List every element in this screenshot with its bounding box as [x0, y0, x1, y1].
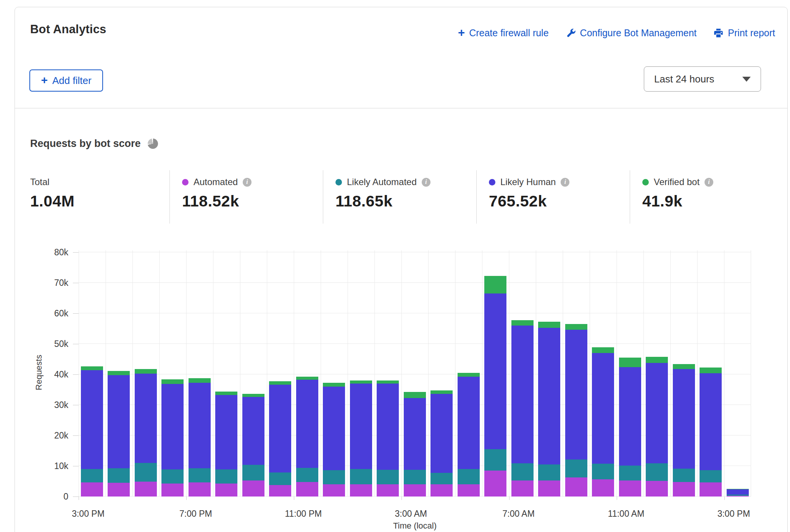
segment-automated — [81, 482, 103, 497]
stat-automated-label: Automated — [193, 177, 238, 187]
info-icon[interactable]: i — [705, 178, 713, 187]
segment-automated — [350, 484, 372, 497]
x-tick-label: 7:00 AM — [488, 509, 549, 519]
bar-5:00 PM[interactable] — [135, 250, 157, 497]
segment-likely-automated — [404, 470, 426, 484]
add-filter-label: Add filter — [52, 75, 92, 87]
y-tick-label: 60k — [30, 308, 68, 319]
bar-3:00 AM[interactable] — [404, 250, 426, 497]
bar-4:00 AM[interactable] — [430, 250, 453, 497]
segment-likely-automated — [215, 469, 237, 484]
configure-bot-management-label: Configure Bot Management — [580, 27, 697, 39]
segment-likely-automated — [323, 470, 345, 484]
stat-verified-bot-value: 41.9k — [642, 192, 783, 210]
y-tick-mark — [73, 374, 79, 375]
bar-12:00 AM[interactable] — [323, 250, 345, 497]
y-tick-mark — [73, 313, 79, 314]
segment-automated — [619, 480, 641, 497]
info-icon[interactable]: i — [561, 178, 569, 187]
segment-likely-automated — [511, 463, 534, 480]
bar-3:00 PM[interactable] — [81, 250, 103, 497]
segment-automated — [673, 482, 695, 497]
stat-verified-bot: Verified bot i 41.9k — [630, 170, 783, 224]
bar-11:00 PM[interactable] — [296, 250, 318, 497]
bar-4:00 PM[interactable] — [108, 250, 130, 497]
segment-likely-automated — [350, 469, 372, 484]
bar-10:00 AM[interactable] — [592, 250, 614, 497]
segment-automated — [430, 484, 453, 497]
x-tick-label: 11:00 AM — [596, 509, 657, 519]
segment-likely-human — [108, 375, 130, 469]
segment-likely-human — [189, 383, 211, 469]
segment-automated — [700, 482, 722, 497]
section-heading-row: Requests by bot score — [30, 138, 158, 150]
bar-1:00 AM[interactable] — [350, 250, 372, 497]
plot-area — [79, 250, 751, 497]
segment-verified-bot — [511, 320, 534, 326]
segment-automated — [377, 484, 399, 497]
bar-1:00 PM[interactable] — [673, 250, 695, 497]
segment-automated — [511, 480, 534, 497]
segment-likely-automated — [377, 470, 399, 484]
segment-verified-bot — [673, 364, 695, 369]
y-tick-label: 30k — [30, 400, 68, 410]
likely-human-legend-dot — [489, 179, 495, 185]
segment-likely-human — [161, 384, 184, 469]
configure-bot-management-link[interactable]: Configure Bot Management — [566, 27, 697, 39]
segment-likely-human — [350, 384, 372, 469]
y-tick-mark — [73, 283, 79, 283]
print-report-label: Print report — [728, 27, 775, 39]
segment-likely-human — [673, 369, 695, 469]
x-tick-mark — [724, 497, 725, 500]
segment-automated — [242, 480, 264, 497]
y-tick-label: 50k — [30, 339, 68, 349]
bar-3:00 PM[interactable] — [727, 250, 749, 497]
y-tick-mark — [73, 497, 79, 497]
segment-likely-automated — [269, 472, 291, 485]
bar-2:00 PM[interactable] — [700, 250, 722, 497]
bar-7:00 PM[interactable] — [189, 250, 211, 497]
add-filter-button[interactable]: + Add filter — [29, 69, 103, 92]
bar-6:00 PM[interactable] — [161, 250, 184, 497]
y-tick-mark — [73, 435, 79, 436]
printer-icon — [713, 28, 724, 38]
header-divider — [15, 108, 787, 108]
bar-8:00 PM[interactable] — [215, 250, 237, 497]
x-tick-label: 3:00 PM — [703, 509, 764, 519]
bar-8:00 AM[interactable] — [538, 250, 560, 497]
segment-likely-automated — [458, 469, 480, 484]
time-range-select[interactable]: Last 24 hours — [644, 66, 761, 92]
bar-9:00 AM[interactable] — [565, 250, 587, 497]
bar-7:00 AM[interactable] — [511, 250, 534, 497]
info-icon[interactable]: i — [243, 178, 252, 187]
bar-6:00 AM[interactable] — [484, 250, 506, 497]
segment-automated — [215, 484, 237, 497]
bar-5:00 AM[interactable] — [458, 250, 480, 497]
chevron-down-icon — [742, 77, 751, 82]
segment-automated — [538, 480, 560, 497]
stat-likely-human: Likely Human i 765.52k — [476, 170, 630, 224]
segment-automated — [646, 481, 668, 497]
segment-verified-bot — [565, 324, 587, 330]
segment-likely-human — [377, 384, 399, 470]
segment-verified-bot — [458, 373, 480, 377]
bar-12:00 PM[interactable] — [646, 250, 668, 497]
segment-automated — [135, 482, 157, 497]
segment-likely-human — [81, 370, 103, 469]
info-icon[interactable]: i — [422, 178, 430, 187]
segment-likely-automated — [700, 470, 722, 482]
bar-10:00 PM[interactable] — [269, 250, 291, 497]
y-tick-label: 70k — [30, 277, 68, 288]
bar-11:00 AM[interactable] — [619, 250, 641, 497]
segment-verified-bot — [700, 368, 722, 373]
create-firewall-rule-link[interactable]: + Create firewall rule — [458, 27, 549, 39]
print-report-link[interactable]: Print report — [713, 27, 775, 39]
bar-2:00 AM[interactable] — [377, 250, 399, 497]
segment-likely-human — [619, 367, 641, 466]
segment-likely-human — [592, 353, 614, 464]
bar-9:00 PM[interactable] — [242, 250, 264, 497]
x-tick-mark — [509, 497, 509, 500]
y-tick-label: 40k — [30, 369, 68, 380]
wrench-icon — [566, 28, 576, 38]
segment-likely-automated — [484, 449, 506, 471]
